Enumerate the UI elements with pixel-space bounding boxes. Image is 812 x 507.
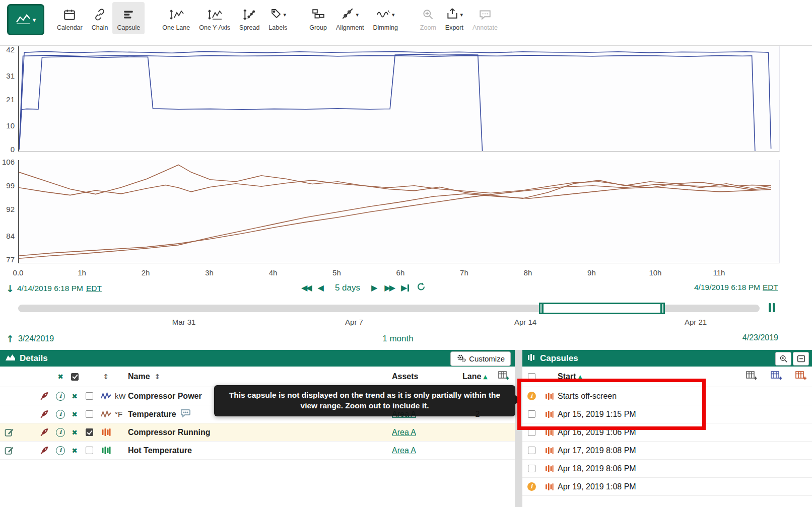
select-all-capsules-checkbox[interactable]	[528, 373, 535, 381]
chevron-down-icon: ▾	[356, 12, 359, 18]
rocket-icon[interactable]	[35, 427, 53, 437]
investigate-duration-label[interactable]: 1 month	[382, 334, 413, 344]
y-tick-label: 42	[6, 45, 15, 54]
range-start-timezone-link[interactable]: EDT	[86, 284, 102, 293]
details-row-hot-temperature[interactable]: i ✖ Hot Temperature Area A	[0, 442, 515, 460]
asset-link[interactable]: Area A	[392, 428, 416, 437]
row-checkbox[interactable]	[86, 392, 93, 400]
range-end-timezone-link[interactable]: EDT	[763, 283, 778, 292]
row-checkbox[interactable]	[86, 410, 93, 418]
add-signal-column-icon[interactable]	[771, 371, 782, 383]
toolbar-label: Labels	[268, 24, 287, 31]
x-tick-label: 3h	[205, 268, 214, 277]
step-fast-forward-button[interactable]: ▶▶	[384, 283, 394, 293]
capsule-row[interactable]: Apr 17, 2019 8:08 PM	[522, 442, 812, 460]
timeline-selection-handle[interactable]	[539, 303, 665, 314]
capsules-collapse-button[interactable]	[793, 352, 809, 366]
row-checkbox[interactable]	[86, 447, 93, 454]
toolbar-chain-button[interactable]: Chain	[87, 2, 113, 34]
remove-item-icon[interactable]: ✖	[72, 428, 78, 437]
worksheet-view-button[interactable]: ▾	[7, 4, 44, 35]
remove-all-icon[interactable]: ✖	[57, 373, 63, 381]
x-tick-label: 10h	[649, 268, 661, 277]
capsule-row[interactable]: Apr 15, 2019 1:15 PM	[522, 405, 812, 423]
item-info-icon[interactable]: i	[56, 446, 65, 455]
step-forward-button[interactable]: ▶	[371, 283, 377, 293]
toolbar-calendar-button[interactable]: Calendar	[52, 2, 87, 34]
investigate-end-date[interactable]: 4/23/2019	[742, 333, 778, 342]
sort-icon[interactable]: ↕	[103, 373, 109, 381]
zoom-icon	[422, 7, 435, 23]
toolbar-alignment-button[interactable]: ▾ Alignment	[331, 2, 369, 34]
sort-icon[interactable]: ↕	[154, 373, 160, 381]
rocket-icon[interactable]	[35, 446, 53, 455]
capsule-row[interactable]: i Apr 19, 2019 1:08 PM	[522, 478, 812, 496]
toolbar-one-y-axis-button[interactable]: One Y-Axis	[194, 2, 235, 34]
rocket-icon[interactable]	[35, 409, 53, 419]
trend-chart-lane-temperature[interactable]	[18, 160, 780, 263]
details-panel: Details Customize ✖ ↕ Name ↕ Assets Lane…	[0, 350, 515, 507]
capsules-zoom-button[interactable]	[775, 352, 791, 366]
item-info-icon[interactable]: i	[56, 428, 65, 437]
toolbar-capsule-button[interactable]: Capsule	[112, 2, 145, 34]
capsule-checkbox[interactable]	[528, 447, 535, 454]
toolbar-label: Alignment	[336, 24, 364, 31]
item-info-icon[interactable]: i	[56, 410, 65, 419]
customize-button[interactable]: Customize	[450, 351, 511, 366]
column-header-name[interactable]: Name	[128, 372, 150, 381]
edit-icon[interactable]	[0, 446, 18, 455]
remove-item-icon[interactable]: ✖	[72, 447, 78, 455]
auto-update-button[interactable]	[416, 282, 426, 294]
column-header-assets[interactable]: Assets	[392, 372, 418, 381]
duration-label[interactable]: 5 days	[335, 283, 360, 293]
capsule-row[interactable]: Apr 18, 2019 8:06 PM	[522, 460, 812, 478]
trend-icon	[16, 13, 31, 26]
toolbar-group-button[interactable]: Group	[305, 2, 331, 34]
step-fast-back-button[interactable]: ◀◀	[301, 283, 311, 293]
range-end-date[interactable]: 4/19/2019 6:18 PM	[694, 283, 760, 292]
remove-item-icon[interactable]: ✖	[72, 410, 78, 418]
item-info-icon[interactable]: i	[56, 392, 65, 401]
select-all-checkbox[interactable]	[71, 373, 79, 381]
add-condition-column-icon[interactable]	[795, 371, 807, 383]
x-tick-label: 6h	[396, 268, 405, 277]
investigate-start-date[interactable]: 3/24/2019	[18, 334, 54, 343]
toolbar-one-lane-button[interactable]: One Lane	[158, 2, 194, 34]
toolbar-dimming-button[interactable]: ▾ Dimming	[369, 2, 402, 34]
capsule-row[interactable]: Apr 16, 2019 1:06 PM	[522, 423, 812, 442]
chevron-down-icon: ▾	[460, 12, 463, 18]
capsule-tooltip: This capsule is not displayed on the tre…	[214, 385, 515, 416]
capsule-warning-icon[interactable]: i	[527, 482, 536, 491]
toolbar-zoom-button[interactable]: Zoom	[416, 2, 441, 34]
toolbar-annotate-button[interactable]: Annotate	[468, 2, 502, 34]
capsule-checkbox[interactable]	[528, 410, 535, 418]
toolbar-spread-button[interactable]: Spread	[235, 2, 264, 34]
toolbar-export-button[interactable]: ▾ Export	[441, 2, 468, 34]
row-checkbox[interactable]	[86, 428, 93, 436]
series-temp-rising-a	[19, 184, 771, 256]
annotation-bubble-icon[interactable]	[180, 409, 191, 419]
remove-item-icon[interactable]: ✖	[72, 392, 78, 400]
toolbar-labels-button[interactable]: ▾ Labels	[264, 2, 292, 34]
step-back-button[interactable]: ◀	[318, 283, 324, 293]
range-start-date[interactable]: 4/14/2019 6:18 PM	[17, 284, 83, 293]
capsule-checkbox[interactable]	[528, 465, 535, 472]
toolbar-label: Zoom	[420, 24, 436, 31]
investigate-start-arrow-icon: ↑	[6, 333, 14, 344]
column-header-start[interactable]: Start	[558, 372, 576, 381]
capsule-lane-indicator-icon[interactable]	[767, 302, 778, 315]
asset-link[interactable]: Area A	[392, 446, 416, 455]
capsule-warning-icon[interactable]: i	[527, 392, 536, 400]
capsule-row-starts-off-screen[interactable]: i Starts off-screen	[522, 387, 812, 405]
rocket-icon[interactable]	[35, 391, 53, 401]
add-column-icon[interactable]	[746, 371, 758, 383]
capsule-checkbox[interactable]	[528, 428, 535, 436]
y-tick-label: 0	[11, 145, 15, 154]
add-column-icon[interactable]	[498, 371, 510, 383]
step-to-end-button[interactable]: ▶	[401, 283, 409, 293]
details-row-compressor-running[interactable]: i ✖ Compressor Running Area A	[0, 423, 515, 442]
edit-icon[interactable]	[0, 427, 18, 437]
capsule-start-label: Starts off-screen	[558, 392, 812, 401]
column-header-lane[interactable]: Lane	[462, 372, 481, 381]
trend-chart-lane-power[interactable]	[18, 46, 780, 152]
